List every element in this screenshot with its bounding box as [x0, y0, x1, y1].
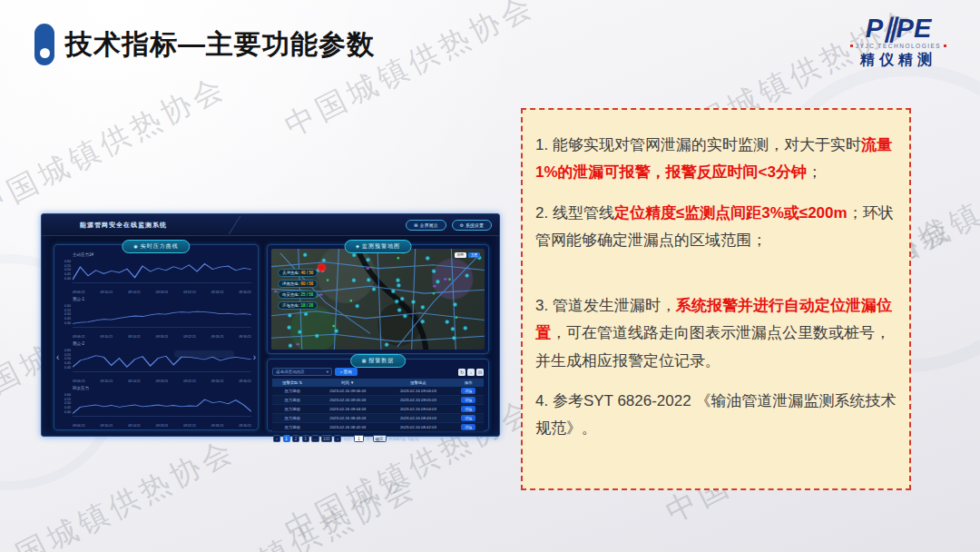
station-marker[interactable] — [327, 279, 328, 281]
station-stat-box[interactable]: 临安热电: 25 / 50 — [278, 291, 318, 299]
x-tick: 09:30:21 — [239, 380, 251, 383]
monitor-point-marker[interactable] — [426, 256, 429, 260]
monitor-point-marker[interactable] — [335, 329, 338, 332]
chevron-left-icon[interactable]: ‹ — [56, 352, 59, 362]
expand-icon[interactable]: ⊡ — [476, 369, 484, 376]
station-marker[interactable] — [433, 292, 435, 294]
table-header-cell[interactable]: 操作 — [454, 379, 484, 387]
monitor-point-marker[interactable] — [352, 253, 356, 257]
spec-text-panel: 1. 能够实现对管网泄漏的实时监测，对大于实时流量1%的泄漏可报警，报警反应时间… — [521, 108, 911, 490]
detail-button[interactable]: 详情 — [461, 406, 475, 412]
x-tick: 09:06:21 — [73, 380, 85, 383]
tab-pressure-curves[interactable]: ◉实时压力曲线 — [122, 240, 190, 253]
monitor-point-marker[interactable] — [367, 278, 370, 281]
station-marker[interactable] — [397, 257, 399, 259]
table-header-cell[interactable]: 时间 ▼ — [312, 379, 383, 387]
page-prev-button[interactable]: ‹ — [273, 435, 280, 442]
dashboard-action-button[interactable]: ⚙系统设置 — [452, 220, 492, 231]
monitor-point-marker[interactable] — [356, 304, 359, 308]
satellite-map[interactable]: 天津热电: 40 / 50津南热电: 60 / 50临安热电: 25 / 50滨… — [271, 249, 485, 350]
caret-down-icon: ▾ — [327, 370, 328, 374]
search-button[interactable]: ⌕ 查询 — [335, 368, 358, 376]
monitor-point-marker[interactable] — [465, 273, 468, 277]
monitor-point-marker[interactable] — [396, 279, 399, 282]
monitoring-dashboard-screenshot: 能源管网安全在线监测系统 ⊞全屏展示⚙系统设置 ◉实时压力曲线 主站压力1#0.… — [41, 213, 500, 437]
monitor-point-marker[interactable] — [322, 259, 326, 262]
refresh-icon[interactable]: ↻ — [458, 369, 466, 376]
station-stat-box[interactable]: 天津热电: 40 / 50 — [278, 269, 318, 277]
map-layer-toggle[interactable]: 卫星 — [468, 252, 480, 258]
monitor-point-marker[interactable] — [446, 320, 449, 323]
detail-button[interactable]: 详情 — [461, 415, 475, 421]
x-tick: 09:10:21 — [101, 335, 113, 339]
monitor-point-marker[interactable] — [452, 336, 456, 340]
station-stat-box[interactable]: 滨海热电: 18 / 20 — [278, 301, 318, 310]
monitor-point-marker[interactable] — [304, 312, 308, 316]
station-marker[interactable] — [333, 325, 335, 327]
x-tick: 09:18:21 — [156, 424, 169, 428]
page-number-button[interactable]: 1 — [283, 435, 290, 442]
query-select[interactable]: 请选择查询内容 ▾ — [272, 368, 332, 376]
monitor-point-marker[interactable] — [453, 302, 456, 306]
monitor-point-marker[interactable] — [464, 326, 467, 330]
monitor-point-marker[interactable] — [397, 308, 401, 311]
monitor-point-marker[interactable] — [287, 326, 290, 330]
monitor-point-marker[interactable] — [303, 253, 307, 257]
page-number-button[interactable]: 2 — [292, 435, 299, 442]
table-header-cell[interactable]: 报警类型 ⇅ — [272, 379, 312, 387]
goto-label: 前往 — [344, 437, 352, 441]
detail-button[interactable]: 详情 — [461, 388, 475, 394]
monitor-point-marker[interactable] — [315, 334, 318, 338]
monitor-point-marker[interactable] — [403, 314, 407, 318]
station-marker[interactable] — [448, 278, 450, 280]
spec-text-highlight: 定位精度≤监测点间距3%或≤200m — [614, 204, 848, 222]
search-icon: ⌕ — [340, 370, 343, 374]
monitor-point-marker[interactable] — [397, 283, 400, 287]
station-marker[interactable] — [456, 316, 457, 318]
button-label: 全屏展示 — [420, 222, 438, 228]
table-header-cell[interactable]: 报警地点 — [383, 379, 454, 387]
monitor-point-marker[interactable] — [395, 300, 398, 303]
page-next-button[interactable]: › — [334, 435, 341, 442]
pagination: ‹123…100›前往1页确定共1967条5条/页 — [273, 435, 483, 442]
tab-alarm-data[interactable]: ▦报警数据 — [350, 354, 407, 368]
alarm-map-panel: ◈监测预警地图 天津热电: 40 / 50津南热电: 60 / 50临安热电: … — [267, 244, 489, 354]
title-bullet-icon — [34, 24, 54, 65]
monitor-point-marker[interactable] — [391, 290, 395, 293]
tab-alarm-map[interactable]: ◈监测预警地图 — [344, 240, 412, 253]
map-layer-controls: 路网卫星 — [455, 252, 480, 258]
map-layer-toggle[interactable]: 路网 — [455, 252, 466, 258]
download-icon[interactable]: ↓ — [467, 369, 475, 376]
monitor-point-marker[interactable] — [451, 327, 455, 330]
chevron-right-icon[interactable]: › — [253, 352, 256, 362]
monitor-point-marker[interactable] — [385, 343, 388, 347]
monitor-point-marker[interactable] — [421, 320, 425, 323]
monitor-point-marker[interactable] — [421, 305, 425, 309]
monitor-point-marker[interactable] — [372, 287, 376, 291]
monitor-point-marker[interactable] — [298, 330, 301, 333]
station-value: 60 / 50 — [301, 281, 314, 286]
detail-button[interactable]: 详情 — [461, 397, 475, 403]
monitor-point-marker[interactable] — [289, 344, 292, 348]
x-tick: 09:18:21 — [156, 380, 169, 383]
page-number-button[interactable]: 3 — [302, 435, 309, 442]
monitor-point-marker[interactable] — [436, 280, 439, 283]
monitor-point-marker[interactable] — [352, 279, 356, 282]
station-name: 天津热电: — [282, 271, 301, 275]
station-marker[interactable] — [350, 300, 352, 301]
leak-alert-dot[interactable] — [318, 264, 326, 271]
dashboard-action-button[interactable]: ⊞全屏展示 — [406, 220, 446, 231]
spec-text: 2. 线型管线 — [535, 204, 614, 222]
faded-toolbar — [174, 350, 234, 358]
monitor-point-marker[interactable] — [400, 297, 404, 301]
detail-button[interactable]: 详情 — [461, 424, 475, 430]
station-stat-box[interactable]: 津南热电: 60 / 50 — [278, 280, 318, 288]
monitor-point-marker[interactable] — [288, 313, 291, 317]
monitor-point-marker[interactable] — [366, 258, 369, 261]
monitor-point-marker[interactable] — [411, 300, 415, 303]
monitor-point-marker[interactable] — [432, 270, 436, 273]
page-number-button[interactable]: 100 — [321, 435, 332, 442]
confirm-button[interactable]: 确定 — [373, 435, 387, 442]
page-input[interactable]: 1 — [354, 435, 364, 442]
tab-alarm-data-label: 报警数据 — [368, 358, 394, 363]
